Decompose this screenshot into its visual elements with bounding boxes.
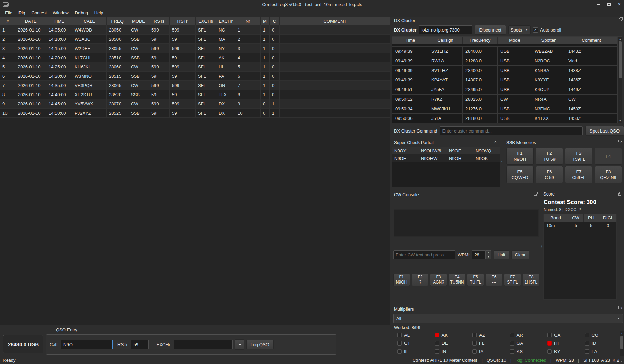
column-header[interactable]: Nr — [235, 17, 261, 25]
stepper-down-icon[interactable]: ▼ — [486, 255, 491, 259]
multiplier-checkbox[interactable]: CT — [393, 339, 431, 347]
multiplier-checkbox[interactable]: DE — [431, 339, 469, 347]
menu-item[interactable]: Debug — [72, 10, 91, 16]
menu-item[interactable]: Help — [91, 10, 107, 16]
column-header[interactable]: EXCHs — [196, 17, 216, 25]
rstr-input[interactable] — [131, 340, 149, 349]
disconnect-button[interactable]: Disconnect — [475, 25, 506, 35]
multiplier-checkbox[interactable]: IL — [393, 347, 431, 355]
cw-memory-button[interactable]: F8 1HSFL — [523, 274, 539, 286]
multiplier-checkbox[interactable]: KS — [506, 347, 544, 355]
scp-callsign[interactable]: N9OK — [474, 154, 500, 162]
cw-memory-button[interactable]: F6 --- — [486, 274, 502, 286]
spot-row[interactable]: 09:49:39 SV1LHZ 28400.0 USB WB2ZAB 1443Z — [392, 47, 617, 56]
ssb-memory-button[interactable]: F8 QRZ N9 — [595, 166, 622, 183]
table-row[interactable]: 5 2026-01-10 14:25:00 KH6JKL 28060 CW 59… — [0, 62, 390, 72]
cw-memory-button[interactable]: F4 TU5NN — [449, 274, 465, 286]
splitter-handle[interactable]: ⋮ — [500, 139, 503, 187]
scp-callsign[interactable]: N9OE — [392, 154, 419, 162]
cw-memory-button[interactable]: F1 N9OH — [393, 274, 410, 286]
clear-button[interactable]: Clear — [511, 250, 529, 259]
scroll-up-icon[interactable]: ▲ — [620, 331, 624, 336]
cw-memory-button[interactable]: F5 TU FL — [467, 274, 484, 286]
exchr-input[interactable] — [174, 340, 233, 349]
table-row[interactable]: 8 2026-01-10 14:40:00 XE2STU 28520 SSB 5… — [0, 90, 390, 99]
column-header[interactable]: RSTr — [170, 17, 196, 25]
float-panel-icon[interactable] — [618, 192, 622, 196]
call-input[interactable] — [61, 340, 113, 349]
wpm-stepper[interactable]: 28 ▲ ▼ — [472, 250, 491, 259]
multiplier-checkbox[interactable]: AZ — [468, 331, 506, 339]
table-row[interactable]: 10 2026-01-10 14:50:00 PJ2XYZ 28525 SSB … — [0, 109, 390, 118]
menu-item[interactable]: File — [2, 10, 15, 16]
table-row[interactable]: 7 2026-01-10 14:35:00 VE3PQR 28065 CW 59… — [0, 81, 390, 90]
column-header[interactable]: EXCHr — [216, 17, 235, 25]
multiplier-filter-dropdown[interactable]: All ▼ — [393, 314, 623, 323]
scp-callsign[interactable]: N9OHW — [419, 154, 447, 162]
column-header[interactable]: Time — [392, 37, 428, 44]
ssb-memory-button[interactable]: F2 TU 59 — [536, 148, 563, 165]
scroll-down-icon[interactable]: ▼ — [618, 118, 622, 123]
spot-row[interactable]: 09:49:51 JY5FA 28495.0 USB K4CUP 1449Z — [392, 85, 617, 95]
column-header[interactable]: Callsign — [428, 37, 463, 44]
dx-cluster-server-input[interactable] — [419, 25, 472, 34]
multiplier-checkbox[interactable]: HI — [543, 339, 581, 347]
multiplier-checkbox[interactable]: AK — [431, 331, 469, 339]
ssb-memory-button[interactable]: F6 C 59 — [536, 166, 563, 183]
keypad-button[interactable] — [235, 339, 244, 350]
multiplier-checkbox[interactable]: ID — [581, 339, 619, 347]
float-panel-icon[interactable] — [615, 140, 619, 143]
multiplier-checkbox[interactable]: CO — [581, 331, 619, 339]
multiplier-checkbox[interactable]: KY — [543, 347, 581, 355]
scrollbar-thumb[interactable] — [620, 336, 623, 349]
scrollbar-thumb[interactable] — [619, 41, 622, 78]
table-row[interactable]: 1 2026-01-10 14:05:00 W4WOD 28050 CW 599… — [0, 25, 390, 35]
splitter-handle[interactable]: ······ — [392, 136, 624, 139]
log-qso-button[interactable]: Log QSO — [246, 340, 274, 349]
multiplier-checkbox[interactable]: FL — [468, 339, 506, 347]
spot-row[interactable]: 09:50:12 R7KZ 28025.0 CW NR4A CW — [392, 95, 617, 104]
cw-memory-button[interactable]: F2 ? — [412, 274, 428, 286]
multiplier-checkbox[interactable]: GA — [506, 339, 544, 347]
table-row[interactable]: 2 2026-01-10 14:10:00 W1ABC 28500 SSB 59… — [0, 35, 390, 44]
column-header[interactable]: RSTs — [149, 17, 170, 25]
cw-memory-button[interactable]: F3 AGN? — [430, 274, 447, 286]
ssb-memory-button[interactable]: F3 T59FL — [565, 148, 592, 165]
minimize-button[interactable] — [596, 2, 601, 7]
float-panel-icon[interactable] — [615, 306, 619, 310]
splitter-handle[interactable]: ······ — [392, 302, 624, 304]
scp-callsign[interactable]: N9OH — [447, 154, 474, 162]
spot-row[interactable]: 09:49:39 RW1A 21288.0 USB N2BOC Vlad — [392, 56, 617, 66]
scp-callsign[interactable]: N9OY — [392, 147, 419, 154]
ssb-memory-button[interactable]: F7 C59FL — [565, 166, 592, 183]
column-header[interactable]: Frequency — [463, 37, 498, 44]
spot-row[interactable]: 09:49:39 SV1LHZ 28400.0 USB KN4SA 1438Z — [392, 66, 617, 75]
menu-item[interactable]: Rig — [15, 10, 28, 16]
table-row[interactable]: 9 2026-01-10 14:45:00 YV5VWX 28070 CW 59… — [0, 99, 390, 109]
resize-grip-icon[interactable] — [620, 360, 623, 363]
table-row[interactable]: 3 2026-01-10 14:15:00 W2DEF 28055 CW 599… — [0, 44, 390, 53]
float-panel-icon[interactable] — [489, 140, 492, 143]
scp-callsign[interactable]: N9OHW/6 — [419, 147, 447, 154]
column-header[interactable]: DATE — [15, 17, 46, 25]
scp-callsign[interactable]: N9OF — [447, 147, 474, 154]
close-button[interactable]: × — [616, 2, 622, 7]
stepper-up-icon[interactable]: ▲ — [486, 251, 491, 255]
column-header[interactable]: Spotter — [532, 37, 565, 44]
spots-scrollbar[interactable]: ▲ ▼ — [618, 36, 622, 123]
ssb-memory-button[interactable]: F4 — [595, 148, 622, 165]
cluster-command-input[interactable] — [440, 126, 582, 135]
multiplier-checkbox[interactable]: CA — [543, 331, 581, 339]
column-header[interactable]: MODE — [128, 17, 149, 25]
scp-callsign[interactable]: N9OVQ — [474, 147, 500, 154]
column-header[interactable]: FREQ — [107, 17, 128, 25]
multiplier-checkbox[interactable]: LA — [581, 347, 619, 355]
halt-button[interactable]: Halt — [494, 250, 509, 259]
float-panel-icon[interactable] — [619, 17, 623, 21]
maximize-button[interactable] — [606, 2, 612, 7]
column-header[interactable]: Comment — [565, 37, 617, 44]
spot-row[interactable]: 09:50:36 J51A 28180.0 USB K4TXX 1450Z — [392, 114, 617, 123]
table-row[interactable]: 6 2026-01-10 14:30:00 W3MNO 28515 SSB 59… — [0, 72, 390, 81]
spot-row[interactable]: 09:50:34 MW0JKU 21276.0 USB N3FMC 1450Z — [392, 104, 617, 114]
spots-filter-dropdown[interactable]: Spots ▼ — [508, 25, 531, 34]
